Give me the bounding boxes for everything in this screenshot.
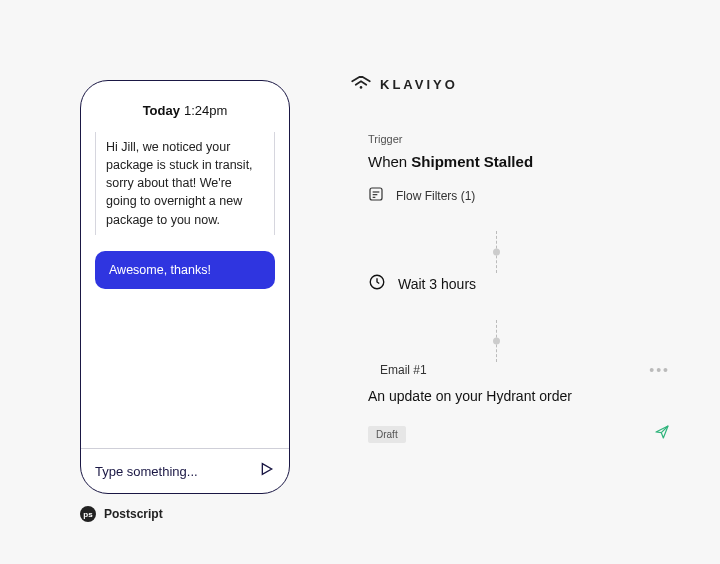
conversation-date-header: Today1:24pm: [81, 81, 289, 132]
clock-icon: [368, 273, 386, 294]
email-step[interactable]: Email #1 ••• An update on your Hydrant o…: [368, 362, 670, 444]
trigger-prefix: When: [368, 153, 411, 170]
outgoing-message: Awesome, thanks!: [95, 251, 275, 289]
trigger-event: Shipment Stalled: [411, 153, 533, 170]
flow-filters-row[interactable]: Flow Filters (1): [368, 186, 670, 205]
wait-label: Wait 3 hours: [398, 276, 476, 292]
wait-step[interactable]: Wait 3 hours: [368, 273, 670, 294]
more-menu-icon[interactable]: •••: [649, 362, 670, 378]
header-time: 1:24pm: [184, 103, 227, 118]
phone-mockup: Today1:24pm Hi Jill, we noticed your pac…: [80, 80, 290, 494]
postscript-label: Postscript: [104, 507, 163, 521]
conversation-body: Hi Jill, we noticed your package is stuc…: [81, 132, 289, 448]
svg-rect-1: [370, 188, 382, 200]
svg-point-0: [360, 86, 363, 89]
header-day: Today: [143, 103, 180, 118]
incoming-message: Hi Jill, we noticed your package is stuc…: [95, 132, 275, 235]
trigger-text: When Shipment Stalled: [368, 153, 670, 170]
filter-icon: [368, 186, 384, 205]
flow-connector: [490, 320, 670, 362]
message-input-placeholder: Type something...: [95, 464, 251, 479]
email-footer-row: Draft: [368, 424, 670, 444]
message-input[interactable]: Type something...: [81, 448, 289, 493]
send-triangle-icon[interactable]: [259, 461, 275, 481]
postscript-brand: ps Postscript: [80, 506, 163, 522]
klaviyo-logo: KLAVIYO: [350, 76, 670, 93]
email-label: Email #1: [380, 363, 427, 377]
klaviyo-wordmark: KLAVIYO: [380, 77, 458, 92]
flow-connector: [490, 231, 670, 273]
klaviyo-flow: KLAVIYO Trigger When Shipment Stalled Fl…: [350, 76, 670, 444]
email-subject: An update on your Hydrant order: [368, 388, 670, 404]
trigger-section: Trigger When Shipment Stalled Flow Filte…: [350, 133, 670, 205]
flow-filters-label: Flow Filters (1): [396, 189, 475, 203]
klaviyo-wifi-icon: [350, 76, 372, 93]
paper-plane-icon[interactable]: [654, 424, 670, 444]
status-badge: Draft: [368, 426, 406, 443]
wait-section: Wait 3 hours: [350, 273, 670, 294]
email-header-row: Email #1 •••: [368, 362, 670, 378]
trigger-caption: Trigger: [368, 133, 670, 145]
postscript-badge-icon: ps: [80, 506, 96, 522]
